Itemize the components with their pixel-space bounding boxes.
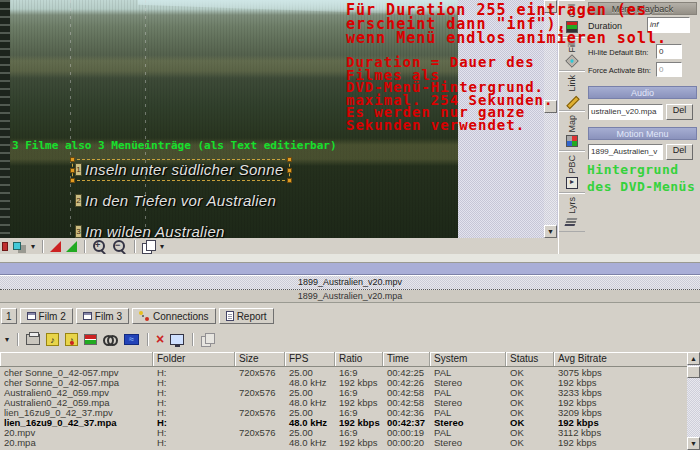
asset-row[interactable]: 20.mpv H: 720x576 25.00 16:9 00:00:19 PA… <box>0 428 688 438</box>
tab-film-2[interactable]: Film 2 <box>20 308 73 324</box>
timeline-audio-clip[interactable]: 1899_Australien_v20.mpa <box>0 290 700 303</box>
guide-line <box>70 0 71 238</box>
green-triangle-tool-icon[interactable] <box>66 241 77 252</box>
force-activate-label: Force Activate Btn: <box>588 66 651 75</box>
header-name[interactable] <box>0 352 153 366</box>
preview-monitor-icon[interactable] <box>170 334 184 345</box>
timeline-video-clip[interactable]: 1899_Australien_v20.mpv <box>0 275 700 290</box>
motion-menu-section-header: Motion Menu <box>588 127 697 140</box>
tab-pbc[interactable]: PBC <box>559 151 585 193</box>
menu-button[interactable]: 3 Im wilden Australien <box>73 222 230 242</box>
button-number-badge: 3 <box>75 225 82 238</box>
header-system[interactable]: System <box>430 352 506 366</box>
header-ratio[interactable]: Ratio <box>335 352 383 366</box>
chevron-down-icon[interactable]: ▾ <box>5 335 9 344</box>
tab-layers[interactable]: Lyrs <box>559 193 585 233</box>
panel-title: Menu Playback <box>588 2 697 15</box>
demux-icon[interactable]: × <box>156 333 164 346</box>
tab-map[interactable]: Map <box>559 111 585 152</box>
header-fps[interactable]: FPS <box>285 352 335 366</box>
menu-button[interactable]: 2 In den Tiefen vor Australien <box>73 191 281 211</box>
film-window-icon <box>83 312 92 320</box>
timeline-chapter-track[interactable] <box>0 263 700 275</box>
waveform-icon[interactable]: ≈ <box>124 334 139 345</box>
canvas-ruler <box>0 0 10 238</box>
asset-table-header: Folder Size FPS Ratio Time System Status… <box>0 352 688 367</box>
menu-button[interactable]: 1 Inseln unter südlicher Sonne <box>73 160 289 180</box>
selection-handle[interactable] <box>70 178 75 183</box>
header-avg-bitrate[interactable]: Avg Bitrate <box>554 352 688 366</box>
selection-handle[interactable] <box>70 157 75 162</box>
scrollbar-thumb[interactable] <box>687 366 700 378</box>
scrollbar-thumb[interactable] <box>544 100 557 113</box>
menu-button-label: Im wilden Australien <box>85 223 225 240</box>
selection-handle[interactable] <box>70 168 75 173</box>
motion-del-button[interactable]: Del <box>666 144 693 160</box>
fill-bucket-icon <box>565 54 579 68</box>
scroll-down-icon[interactable]: ▼ <box>544 225 557 238</box>
audio-del-button[interactable]: Del <box>666 104 693 120</box>
asset-row[interactable]: Australien0_42_059.mpa H: 48.0 kHz 192 k… <box>0 398 688 408</box>
object-style-icon[interactable] <box>13 242 21 250</box>
film-window-icon <box>27 312 36 320</box>
panel-tab-strip: Col Fill Link Map PBC Lyrs <box>558 0 585 254</box>
chevron-down-icon[interactable]: ▾ <box>31 242 35 251</box>
canvas-vertical-scrollbar[interactable]: ▲ ▼ <box>544 0 557 238</box>
selection-handle[interactable] <box>287 157 292 162</box>
find-binoculars-icon[interactable] <box>103 335 118 344</box>
map-squares-icon <box>566 135 578 147</box>
chevron-down-icon[interactable]: ▾ <box>160 242 164 251</box>
color-icon <box>566 21 578 33</box>
duration-input[interactable]: inf <box>647 17 690 33</box>
layers-icon <box>566 216 578 228</box>
selection-handle[interactable] <box>287 168 292 173</box>
header-status[interactable]: Status <box>506 352 554 366</box>
toolbar-separator <box>192 333 193 346</box>
asset-row[interactable]: cher Sonne_0_42-057.mpv H: 720x576 25.00… <box>0 368 688 378</box>
motion-file-input[interactable]: 1899_Australien_v <box>588 144 663 160</box>
menu-editor-canvas[interactable]: ▲ ▼ 1 Inseln unter südlicher Sonne <box>0 0 558 238</box>
audio-file-input[interactable]: ustralien_v20.mpa <box>588 104 663 120</box>
tab-film-1[interactable]: 1 <box>1 308 17 324</box>
canvas-pasteboard <box>458 0 544 238</box>
bitrate-levels-icon[interactable] <box>84 334 97 345</box>
timeline: 1899_Australien_v20.mpv 1899_Australien_… <box>0 254 700 306</box>
tab-film-3[interactable]: Film 3 <box>76 308 129 324</box>
hilite-default-input[interactable]: 0 <box>656 44 682 59</box>
red-triangle-tool-icon[interactable] <box>50 241 61 252</box>
tab-report[interactable]: Report <box>219 308 274 324</box>
asset-row[interactable]: lien_16zu9_0_42_37.mpv H: 720x576 25.00 … <box>0 408 688 418</box>
asset-table-body: cher Sonne_0_42-057.mpv H: 720x576 25.00… <box>0 368 688 448</box>
scroll-up-icon[interactable]: ▲ <box>544 0 557 13</box>
toolbar-separator <box>42 240 43 253</box>
menu-button-label: Inseln unter südlicher Sonne <box>85 161 284 178</box>
header-size[interactable]: Size <box>235 352 285 366</box>
header-folder[interactable]: Folder <box>153 352 235 366</box>
selection-handle[interactable] <box>287 178 292 183</box>
toolbar-separator <box>147 333 148 346</box>
asset-row[interactable]: Australien0_42_059.mpv H: 720x576 25.00 … <box>0 388 688 398</box>
asset-row[interactable]: 20.mpa H: 48.0 kHz 192 kbps 00:00:20 Ste… <box>0 438 688 448</box>
tab-color[interactable]: Col <box>559 0 585 37</box>
button-number-badge: 2 <box>75 194 82 207</box>
scroll-up-icon[interactable]: ▲ <box>687 352 700 365</box>
copy-icon[interactable] <box>201 333 214 346</box>
add-audio-icon[interactable]: ♪ <box>46 333 59 346</box>
tab-link[interactable]: Link <box>559 71 585 111</box>
clip-red-icon[interactable] <box>2 242 8 251</box>
tab-connections[interactable]: Connections <box>132 308 216 324</box>
export-device-icon[interactable] <box>26 334 40 345</box>
timeline-ruler[interactable] <box>0 254 700 263</box>
audio-section-header: Audio <box>588 86 697 99</box>
asset-row[interactable]: lien_16zu9_0_42_37.mpa H: 48.0 kHz 192 k… <box>0 418 688 428</box>
force-activate-input[interactable]: 0 <box>656 62 682 77</box>
link-pencil-icon <box>566 95 578 107</box>
extract-audio-icon[interactable]: ♪ <box>65 333 78 346</box>
table-vertical-scrollbar[interactable]: ▲ ▼ <box>687 352 700 450</box>
report-document-icon <box>226 311 234 321</box>
connections-icon <box>139 311 150 321</box>
scroll-down-icon[interactable]: ▼ <box>687 437 700 450</box>
asset-row[interactable]: cher Sonne_0_42-057.mpa H: 48.0 kHz 192 … <box>0 378 688 388</box>
tab-fill[interactable]: Fill <box>559 37 585 72</box>
header-time[interactable]: Time <box>383 352 430 366</box>
